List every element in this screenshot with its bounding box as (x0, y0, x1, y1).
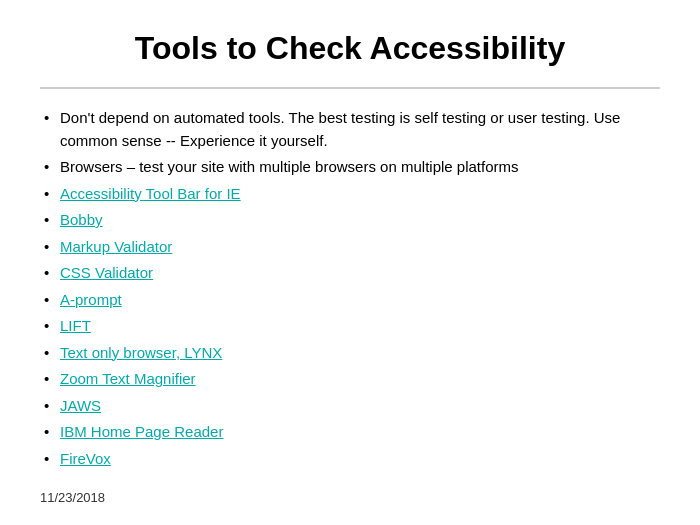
footer-date: 11/23/2018 (40, 490, 105, 505)
slide-title: Tools to Check Accessibility (40, 20, 660, 89)
bullet-item-ibm-reader[interactable]: IBM Home Page Reader (40, 421, 660, 444)
link-jaws[interactable]: JAWS (60, 397, 101, 414)
bullet-item-firevox[interactable]: FireVox (40, 448, 660, 471)
bullet-item-1: Don't depend on automated tools. The bes… (40, 107, 660, 152)
bullet-item-lift[interactable]: LIFT (40, 315, 660, 338)
bullet-item-aprompt[interactable]: A-prompt (40, 289, 660, 312)
bullet-item-accessibility-toolbar[interactable]: Accessibility Tool Bar for IE (40, 183, 660, 206)
bullet-item-css-validator[interactable]: CSS Validator (40, 262, 660, 285)
link-accessibility-toolbar[interactable]: Accessibility Tool Bar for IE (60, 185, 241, 202)
bullet-text-1: Don't depend on automated tools. The bes… (60, 109, 620, 149)
bullet-list: Don't depend on automated tools. The bes… (40, 107, 660, 474)
link-ibm-reader[interactable]: IBM Home Page Reader (60, 423, 223, 440)
bullet-item-zoom-magnifier[interactable]: Zoom Text Magnifier (40, 368, 660, 391)
link-aprompt[interactable]: A-prompt (60, 291, 122, 308)
link-bobby[interactable]: Bobby (60, 211, 103, 228)
link-markup-validator[interactable]: Markup Validator (60, 238, 172, 255)
slide-content: Don't depend on automated tools. The bes… (40, 107, 660, 480)
bullet-item-bobby[interactable]: Bobby (40, 209, 660, 232)
link-lift[interactable]: LIFT (60, 317, 91, 334)
bullet-item-jaws[interactable]: JAWS (40, 395, 660, 418)
slide-footer: 11/23/2018 (40, 480, 660, 505)
bullet-item-markup-validator[interactable]: Markup Validator (40, 236, 660, 259)
link-lynx[interactable]: Text only browser, LYNX (60, 344, 222, 361)
bullet-item-lynx[interactable]: Text only browser, LYNX (40, 342, 660, 365)
link-css-validator[interactable]: CSS Validator (60, 264, 153, 281)
link-firevox[interactable]: FireVox (60, 450, 111, 467)
bullet-item-2: Browsers – test your site with multiple … (40, 156, 660, 179)
link-zoom-magnifier[interactable]: Zoom Text Magnifier (60, 370, 196, 387)
bullet-text-2: Browsers – test your site with multiple … (60, 158, 519, 175)
slide: Tools to Check Accessibility Don't depen… (0, 0, 700, 525)
